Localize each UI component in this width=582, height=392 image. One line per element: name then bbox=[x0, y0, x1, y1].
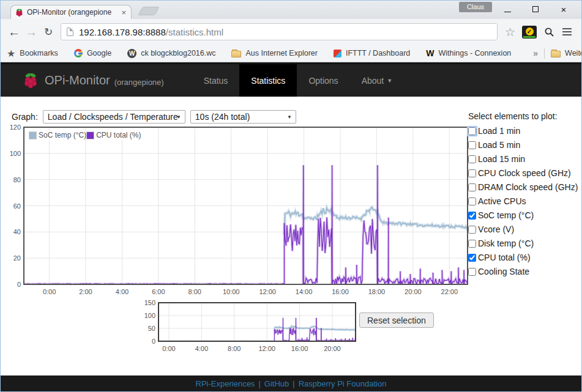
x-tick-label: 8:00 bbox=[188, 288, 201, 295]
x-tick-label: 12:00 bbox=[259, 288, 276, 295]
chevron-down-icon: ▼ bbox=[287, 114, 292, 120]
plot-option-label: CPU total (%) bbox=[478, 253, 531, 262]
nav-item-options[interactable]: Options bbox=[297, 64, 349, 97]
checkbox-vcore-v[interactable] bbox=[468, 226, 476, 234]
bookmark-other-folder[interactable]: Weitere Lesezeichen bbox=[551, 49, 582, 57]
bookmark-item[interactable]: Google bbox=[74, 49, 111, 57]
interval-select[interactable]: 10s (24h total) ▼ bbox=[190, 110, 296, 124]
checkbox-disk-temp-c[interactable] bbox=[468, 240, 476, 248]
graph-type-value: Load / Clockspeeds / Temperature bbox=[48, 112, 178, 122]
x-tick-label: 0:00 bbox=[162, 345, 175, 352]
overview-chart-plot-area[interactable] bbox=[159, 303, 356, 341]
checkbox-load-5-min[interactable] bbox=[468, 141, 476, 149]
legend-label: CPU total (%) bbox=[96, 131, 141, 139]
plot-option-label: Cooling State bbox=[478, 267, 529, 276]
raspberry-favicon bbox=[15, 8, 24, 17]
plot-elements-panel: Select elements to plot: Load 1 minLoad … bbox=[468, 111, 581, 279]
x-tick-label: 6:00 bbox=[152, 288, 165, 295]
brand[interactable]: OPi-Monitor (orangepione) bbox=[23, 72, 164, 90]
plot-option: Cooling State bbox=[468, 265, 581, 279]
checkbox-cooling-state[interactable] bbox=[468, 268, 476, 276]
refresh-icon[interactable]: ↻ bbox=[40, 27, 57, 37]
bookmark-label: Bookmarks bbox=[20, 49, 58, 57]
reset-selection-button[interactable]: Reset selection bbox=[359, 312, 434, 328]
x-tick-label: 16:00 bbox=[332, 288, 349, 295]
bookmark-item[interactable]: IFTTT / Dashboard bbox=[334, 49, 410, 57]
bookmark-item[interactable]: Wck blogckblog2016.wc bbox=[127, 49, 215, 58]
new-tab-button[interactable] bbox=[138, 7, 159, 15]
y-tick-label: 80 bbox=[13, 176, 21, 183]
bookmarks-overflow-icon[interactable]: » bbox=[527, 48, 544, 58]
wordpress-icon: W bbox=[127, 49, 136, 58]
back-icon[interactable]: ← bbox=[6, 26, 23, 38]
plot-option: Active CPUs bbox=[468, 194, 581, 209]
tab-close-icon[interactable]: × bbox=[120, 8, 127, 17]
nav-item-label: Statistics bbox=[251, 76, 285, 86]
plot-option: Load 1 min bbox=[468, 124, 581, 138]
x-tick-label: 16:00 bbox=[291, 345, 308, 352]
footer-link[interactable]: Raspberry Pi Foundation bbox=[299, 379, 387, 388]
x-tick-label: 22:00 bbox=[441, 288, 458, 295]
legend-item: SoC temp (°C) bbox=[29, 131, 86, 139]
bookmark-item[interactable]: ★Bookmarks bbox=[7, 48, 58, 59]
plot-option-label: CPU Clock speed (GHz) bbox=[478, 168, 571, 178]
nav-item-status[interactable]: Status bbox=[192, 64, 240, 97]
brand-hostname: (orangepione) bbox=[114, 78, 164, 87]
chevron-down-icon: ▼ bbox=[176, 114, 181, 120]
x-tick-label: 4:00 bbox=[195, 345, 208, 352]
browser-tab[interactable]: OPi-Monitor (orangepione × bbox=[10, 5, 132, 19]
y-tick-label: 100 bbox=[10, 150, 21, 157]
nav-item-about[interactable]: About▼ bbox=[350, 64, 405, 97]
x-tick-label: 18:00 bbox=[368, 288, 386, 295]
address-bar[interactable]: 192.168.178.98:8888/statistics.html bbox=[61, 23, 498, 40]
footer-link[interactable]: GitHub bbox=[264, 379, 289, 388]
checkbox-cpu-clock-speed-ghz[interactable] bbox=[468, 169, 476, 177]
main-chart: 0204060801001200:002:004:006:008:0010:00… bbox=[10, 124, 468, 295]
close-button[interactable]: × bbox=[550, 1, 578, 18]
graph-type-select[interactable]: Load / Clockspeeds / Temperature ▼ bbox=[43, 110, 185, 124]
x-tick-label: 10:00 bbox=[223, 288, 240, 295]
plot-option: Vcore (V) bbox=[468, 223, 581, 237]
google-icon bbox=[74, 49, 83, 57]
withings-icon: W bbox=[426, 48, 434, 58]
y-tick-label: 40 bbox=[13, 228, 21, 235]
y-tick-label: 60 bbox=[13, 202, 21, 210]
brand-title: OPi-Monitor bbox=[45, 73, 110, 87]
star-icon: ★ bbox=[7, 48, 15, 59]
bookmark-item[interactable]: Aus Internet Explorer bbox=[231, 49, 317, 57]
chrome-menu-icon[interactable] bbox=[559, 28, 576, 35]
forward-icon[interactable]: → bbox=[23, 26, 40, 38]
bookmark-star-icon[interactable]: ☆ bbox=[501, 25, 519, 39]
divider bbox=[544, 48, 545, 59]
footer-link[interactable]: RPi-Experiences bbox=[196, 379, 255, 388]
plot-option-label: Load 5 min bbox=[478, 140, 520, 150]
overview-chart: 0501001500:004:008:0012:0016:0020:00 bbox=[144, 299, 357, 352]
checkbox-cpu-total[interactable] bbox=[468, 254, 476, 262]
plot-option: Disk temp (°C) bbox=[468, 237, 581, 251]
bookmark-label: Google bbox=[87, 49, 111, 57]
checkbox-dram-clock-speed-ghz[interactable] bbox=[468, 183, 476, 191]
y-tick-label: 0 bbox=[17, 281, 21, 288]
checkbox-soc-temp-c[interactable] bbox=[468, 212, 476, 220]
bookmarks-bar: ★BookmarksGoogleWck blogckblog2016.wcAus… bbox=[1, 45, 581, 62]
page-icon bbox=[67, 28, 73, 36]
nav-item-statistics[interactable]: Statistics bbox=[239, 64, 297, 97]
profile-button[interactable]: Claus bbox=[459, 2, 492, 12]
maximize-button[interactable] bbox=[521, 1, 550, 18]
checkbox-active-cpus[interactable] bbox=[468, 198, 476, 205]
search-extension-icon[interactable] bbox=[540, 27, 559, 37]
minimize-button[interactable] bbox=[493, 1, 521, 18]
interval-value: 10s (24h total) bbox=[195, 112, 250, 122]
url-path: /statistics.html bbox=[166, 27, 223, 37]
bookmark-label: Aus Internet Explorer bbox=[245, 49, 317, 57]
checkbox-load-15-min[interactable] bbox=[468, 155, 476, 163]
plot-option-label: Vcore (V) bbox=[478, 224, 514, 234]
panel-title: Select elements to plot: bbox=[468, 111, 581, 121]
footer-separator: | bbox=[293, 379, 294, 388]
bookmark-item[interactable]: WWithings - Connexion bbox=[426, 48, 511, 58]
x-tick-label: 0:00 bbox=[43, 288, 56, 295]
main-chart-plot-area[interactable] bbox=[24, 127, 468, 284]
plot-option-label: Load 1 min bbox=[478, 126, 520, 136]
norton-extension-icon[interactable]: ✓ bbox=[522, 26, 537, 39]
checkbox-load-1-min[interactable] bbox=[468, 127, 476, 135]
